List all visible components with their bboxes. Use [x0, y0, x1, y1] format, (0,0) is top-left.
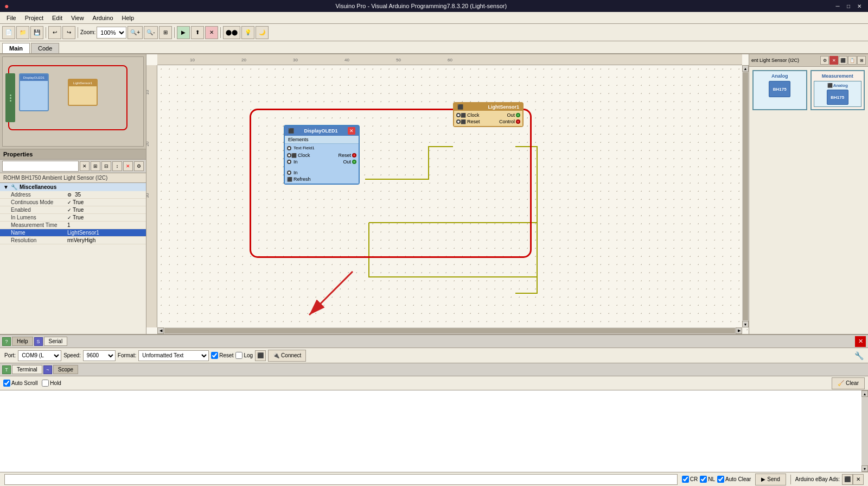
- cr-checkbox[interactable]: [682, 476, 689, 483]
- zoom-out-button[interactable]: 🔍-: [144, 26, 157, 39]
- prop-expand-btn[interactable]: ⊞: [91, 161, 100, 171]
- menu-edit[interactable]: Edit: [48, 14, 67, 22]
- zoom-in-button[interactable]: 🔍+: [127, 26, 143, 39]
- hold-checkbox[interactable]: [42, 380, 49, 387]
- scroll-thumb-v[interactable]: [743, 72, 748, 320]
- auto-clear-checkbox[interactable]: [717, 476, 724, 483]
- zoom-select[interactable]: 100% 75% 125%: [97, 27, 126, 39]
- scrollbar-vertical[interactable]: ▲ ▼: [742, 65, 749, 327]
- prop-settings-btn[interactable]: ⚙: [134, 161, 144, 171]
- zoom-fit-button[interactable]: ⊞: [159, 26, 172, 39]
- flash-button[interactable]: 💡: [241, 26, 254, 39]
- icon-btn[interactable]: ⬛: [255, 350, 266, 361]
- new-button[interactable]: 📄: [2, 26, 15, 39]
- menu-project[interactable]: Project: [21, 14, 48, 22]
- close-button[interactable]: ✕: [855, 2, 864, 10]
- properties-search-input[interactable]: [2, 161, 79, 172]
- menu-help[interactable]: Help: [118, 14, 139, 22]
- ads-btn2[interactable]: ✕: [853, 474, 864, 485]
- prop-sort-btn[interactable]: ↕: [112, 161, 122, 171]
- tab-main[interactable]: Main: [2, 43, 30, 53]
- moon-button[interactable]: 🌙: [256, 26, 269, 39]
- clock-port-dot-left[interactable]: [287, 153, 291, 157]
- maximize-button[interactable]: □: [844, 2, 853, 10]
- scroll-up-btn[interactable]: ▲: [742, 65, 749, 72]
- prop-value-address[interactable]: 35: [75, 192, 144, 198]
- prop-delete-btn[interactable]: ✕: [123, 161, 133, 171]
- terminal-scrollbar-v[interactable]: ▲ ▼: [861, 390, 868, 472]
- format-select[interactable]: Unformatted Text: [138, 350, 209, 361]
- menu-file[interactable]: File: [2, 14, 21, 22]
- textfield1-port-dot-left[interactable]: [287, 146, 291, 150]
- send-button[interactable]: ▶ Send: [755, 474, 786, 485]
- minimize-button[interactable]: ─: [833, 2, 842, 10]
- terminal-scroll-up[interactable]: ▲: [861, 390, 868, 397]
- out-port-dot-right[interactable]: [352, 160, 356, 164]
- sensor-reset-dot[interactable]: [456, 119, 461, 124]
- in-port-dot-left[interactable]: [287, 160, 291, 164]
- zoom-label: Zoom:: [80, 29, 95, 35]
- prop-value-continuous[interactable]: True: [73, 199, 144, 205]
- reset-port-dot-right[interactable]: [352, 153, 356, 157]
- prop-value-meastime[interactable]: 1: [67, 222, 144, 228]
- tab-code[interactable]: Code: [31, 43, 59, 53]
- right-header-btn4[interactable]: 📋: [848, 56, 857, 65]
- close-bottom-btn[interactable]: ✕: [855, 336, 866, 347]
- right-header-btn2[interactable]: ✕: [829, 56, 838, 65]
- nl-checkbox[interactable]: [700, 476, 707, 483]
- menu-arduino[interactable]: Arduino: [88, 14, 118, 22]
- undo-button[interactable]: ↩: [48, 26, 61, 39]
- reset-checkbox[interactable]: [211, 352, 218, 359]
- build-button[interactable]: ▶: [177, 26, 190, 39]
- oled-close-btn[interactable]: ✕: [348, 127, 355, 135]
- right-header-btn5[interactable]: ⊞: [857, 56, 866, 65]
- separator4: [220, 27, 221, 38]
- wrench-serial-btn[interactable]: 🔧: [854, 351, 864, 360]
- menu-view[interactable]: View: [67, 14, 88, 22]
- port-select[interactable]: COM9 (L: [18, 350, 61, 361]
- connect-btn[interactable]: 🔌 Connect: [268, 350, 306, 362]
- prop-collapse-btn[interactable]: ⊟: [101, 161, 111, 171]
- prop-value-name[interactable]: LightSensor1: [67, 230, 144, 236]
- clock-port-icon: ⬛: [291, 153, 297, 158]
- sensor-control-dot[interactable]: [516, 119, 520, 124]
- serial-button[interactable]: ⬤⬤: [223, 26, 240, 39]
- right-header-btn1[interactable]: ⚙: [820, 56, 829, 65]
- sensor-clock-icon: ⬛: [461, 113, 466, 118]
- sensor-clock-dot[interactable]: [456, 113, 461, 117]
- in2-port-dot-left[interactable]: [287, 171, 291, 175]
- diagram-content[interactable]: ⬛ DisplayOLED1 ✕ Elements Text Field1: [157, 65, 749, 334]
- tab-terminal[interactable]: Terminal: [12, 365, 42, 374]
- ads-btn1[interactable]: ⬛: [842, 474, 853, 485]
- sensor-out-dot[interactable]: [516, 113, 520, 117]
- upload-button[interactable]: ⬆: [191, 26, 204, 39]
- scroll-right-btn[interactable]: ▶: [736, 327, 742, 334]
- prop-clear-btn[interactable]: ✕: [80, 161, 90, 171]
- tab-serial[interactable]: Serial: [44, 337, 68, 346]
- scroll-left-btn[interactable]: ◀: [157, 327, 164, 334]
- open-button[interactable]: 📁: [16, 26, 29, 39]
- prop-value-resolution[interactable]: rmVeryHigh: [67, 237, 144, 243]
- clear-button[interactable]: 🧹 Clear: [832, 377, 865, 389]
- sensor-title-label: LightSensor1: [488, 104, 519, 110]
- log-checkbox[interactable]: [235, 352, 242, 359]
- prop-row-name[interactable]: Name LightSensor1: [0, 229, 146, 237]
- prop-value-lumens[interactable]: True: [73, 214, 144, 220]
- terminal-scroll-down[interactable]: ▼: [861, 465, 868, 472]
- speed-select[interactable]: 9600 115200: [83, 350, 116, 361]
- tab-help[interactable]: Help: [12, 337, 33, 346]
- right-header-btn3[interactable]: ⬛: [839, 56, 847, 65]
- tab-scope[interactable]: Scope: [53, 365, 78, 374]
- auto-scroll-checkbox[interactable]: [3, 380, 10, 387]
- node-oled[interactable]: ⬛ DisplayOLED1 ✕ Elements Text Field1: [284, 125, 360, 185]
- stop-button[interactable]: ✕: [205, 26, 218, 39]
- save-button[interactable]: 💾: [30, 26, 43, 39]
- terminal-output[interactable]: ▲ ▼: [0, 390, 868, 472]
- redo-button[interactable]: ↪: [62, 26, 75, 39]
- scroll-thumb-h[interactable]: [164, 328, 735, 333]
- titlebar-controls: ─ □ ✕: [833, 2, 864, 10]
- scroll-down-btn[interactable]: ▼: [742, 321, 749, 327]
- node-sensor[interactable]: ⬛ LightSensor1 ⬛ Clock Out: [453, 102, 524, 127]
- prop-value-enabled[interactable]: True: [73, 207, 144, 213]
- scrollbar-horizontal[interactable]: ◀ ▶: [157, 327, 742, 334]
